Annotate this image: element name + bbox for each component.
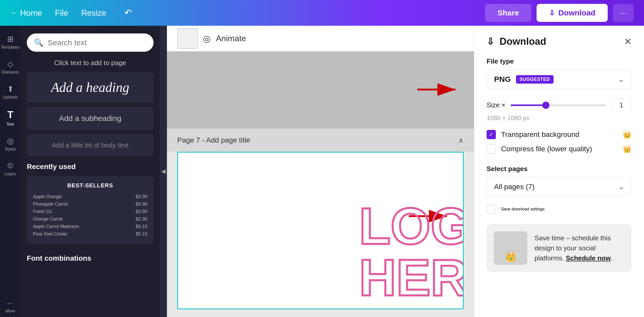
recently-used-card: BEST-SELLERS Apple Orange $3.90 Pineappl… xyxy=(27,176,154,244)
select-pages-chevron-icon: ⌄ xyxy=(618,182,624,191)
sidebar-item-templates[interactable]: ⊞ Templates xyxy=(0,31,21,53)
download-panel: ⇩ Download ✕ File type PNG SUGGESTED ⌄ S… xyxy=(474,26,644,317)
promo-card: 👑 Save time – schedule this design to yo… xyxy=(487,224,632,272)
menu-item-6: Pear Kiwi Cooler $5.10 xyxy=(33,230,147,238)
sidebar-item-uploads[interactable]: ⬆ Uploads xyxy=(0,81,21,103)
sidebar-item-styles[interactable]: ◎ Styles xyxy=(0,133,21,155)
compress-file-checkbox[interactable] xyxy=(487,144,496,154)
file-type-select[interactable]: PNG SUGGESTED ⌄ xyxy=(487,69,632,89)
share-button[interactable]: Share xyxy=(485,4,531,22)
select-pages-select[interactable]: All pages (7) ⌄ xyxy=(487,177,632,196)
promo-crown-icon: 👑 xyxy=(505,251,517,262)
menu-item-2: Pineapple Carrot $4.90 xyxy=(33,200,147,208)
download-button[interactable]: ⇩ Download xyxy=(537,4,608,22)
save-settings-row: Save download settings xyxy=(487,205,632,214)
transparent-bg-label[interactable]: Transparent background xyxy=(501,130,579,139)
page7-collapse-button[interactable]: ∧ xyxy=(458,136,464,145)
suggested-badge: SUGGESTED xyxy=(516,75,554,84)
menu-item-1: Apple Orange $3.90 xyxy=(33,193,147,200)
uploads-icon: ⬆ xyxy=(7,84,14,93)
panel-collapse-handle[interactable]: ◀ xyxy=(160,26,167,317)
schedule-now-link[interactable]: Schedule now xyxy=(566,254,611,262)
add-subheading-option[interactable]: Add a subheading xyxy=(27,107,154,130)
size-label: Size × xyxy=(487,101,505,109)
main-layout: ⊞ Templates ◇ Elements ⬆ Uploads T Text … xyxy=(0,26,644,317)
compress-crown-icon: 👑 xyxy=(623,145,632,153)
templates-icon: ⊞ xyxy=(7,34,14,43)
search-icon: 🔍 xyxy=(34,38,44,47)
undo-button[interactable]: ↶ xyxy=(124,7,132,18)
download-icon: ⇩ xyxy=(549,9,555,17)
file-nav[interactable]: File xyxy=(55,8,68,18)
font-combinations-title: Font combinations xyxy=(27,254,154,262)
sidebar-item-more[interactable]: ··· More xyxy=(0,295,21,317)
file-type-chevron-icon: ⌄ xyxy=(618,75,624,84)
compress-file-label[interactable]: Compress file (lower quality) xyxy=(501,145,592,153)
sidebar-item-text[interactable]: T Text xyxy=(0,106,21,130)
download-panel-header: ⇩ Download ✕ xyxy=(487,36,632,47)
arrow-to-panel-1 xyxy=(417,81,459,100)
menu-list: Apple Orange $3.90 Pineapple Carrot $4.9… xyxy=(33,193,147,238)
select-pages-label: Select pages xyxy=(487,165,632,173)
canvas-area: ◎ Animate Page 7 - Add page title xyxy=(167,26,474,317)
size-slider[interactable] xyxy=(511,104,606,106)
animate-label[interactable]: Animate xyxy=(216,34,246,43)
page7-title: Page 7 - Add page title xyxy=(177,136,250,144)
download-panel-icon: ⇩ xyxy=(487,36,494,47)
sidebar-item-elements[interactable]: ◇ Elements xyxy=(0,56,21,78)
animate-bar: ◎ Animate xyxy=(167,26,474,51)
compress-file-row: Compress file (lower quality) 👑 xyxy=(487,144,632,154)
file-type-value: PNG xyxy=(494,75,511,84)
topbar: ← Home File Resize ↶ Share ⇩ Download ··… xyxy=(0,0,644,26)
body-preview-text: Add a little bit of body text xyxy=(52,141,129,149)
menu-item-4: Orange Carrot $2.90 xyxy=(33,215,147,223)
size-px-label: 1080 × 1080 px xyxy=(487,115,632,122)
page-strip xyxy=(167,51,474,129)
file-type-label: File type xyxy=(487,57,632,65)
page7-canvas[interactable]: LOG HER xyxy=(177,152,464,309)
search-input[interactable] xyxy=(48,38,146,47)
page-thumbnail[interactable] xyxy=(177,28,198,49)
transparent-bg-checkbox[interactable]: ✓ xyxy=(487,130,496,139)
heading-preview-text: Add a heading xyxy=(51,80,129,95)
page7-header: Page 7 - Add page title ∧ xyxy=(167,129,474,152)
search-bar[interactable]: 🔍 xyxy=(27,33,154,52)
animate-icon: ◎ xyxy=(203,33,211,44)
add-body-text-option[interactable]: Add a little bit of body text xyxy=(27,134,154,156)
select-pages-value: All pages (7) xyxy=(494,183,535,191)
more-icon: ··· xyxy=(7,298,13,307)
sidebar-icons: ⊞ Templates ◇ Elements ⬆ Uploads T Text … xyxy=(0,26,21,317)
save-settings-label[interactable]: Save download settings xyxy=(501,207,545,212)
size-slider-thumb[interactable] xyxy=(542,102,549,109)
size-row: Size × 1 xyxy=(487,98,632,112)
collapse-icon: ◀ xyxy=(161,168,166,175)
subheading-preview-text: Add a subheading xyxy=(59,114,121,123)
text-icon: T xyxy=(7,109,13,120)
promo-text: Save time – schedule this design to your… xyxy=(535,233,624,263)
elements-icon: ◇ xyxy=(7,59,13,68)
recently-used-title: Recently used xyxy=(27,163,154,171)
logos-icon: © xyxy=(7,161,13,170)
add-heading-option[interactable]: Add a heading xyxy=(27,72,154,103)
size-value: 1 xyxy=(611,98,632,112)
save-settings-checkbox[interactable] xyxy=(487,205,496,214)
logo-text: LOG HER xyxy=(359,200,464,303)
more-options-button[interactable]: ··· xyxy=(613,4,634,22)
styles-icon: ◎ xyxy=(7,136,14,145)
home-nav[interactable]: ← Home xyxy=(10,8,42,18)
menu-item-5: Apple Carrot Madness $5.10 xyxy=(33,223,147,230)
menu-item-3: Fresh OJ $3.90 xyxy=(33,208,147,215)
sidebar-item-logos[interactable]: © Logos xyxy=(0,158,21,180)
logo-preview: LOG HER xyxy=(359,200,464,303)
download-panel-title: ⇩ Download xyxy=(487,36,546,47)
close-download-panel-button[interactable]: ✕ xyxy=(624,36,632,47)
card-title: BEST-SELLERS xyxy=(33,182,147,189)
transparent-bg-crown-icon: 👑 xyxy=(623,130,632,139)
transparent-bg-row: ✓ Transparent background 👑 xyxy=(487,130,632,139)
left-panel: 🔍 Click text to add to page Add a headin… xyxy=(21,26,160,317)
click-text-hint: Click text to add to page xyxy=(27,59,154,67)
resize-nav[interactable]: Resize xyxy=(81,8,106,18)
promo-thumbnail: 👑 xyxy=(494,231,527,265)
